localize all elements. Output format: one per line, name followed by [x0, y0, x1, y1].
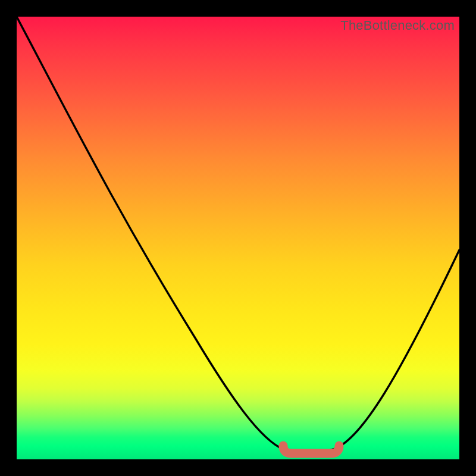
chart-frame: TheBottleneck.com: [0, 0, 476, 476]
optimal-range-marker: [283, 446, 339, 453]
chart-svg: [17, 17, 459, 459]
chart-plot-area: TheBottleneck.com: [17, 17, 459, 459]
bottleneck-curve: [17, 17, 459, 453]
